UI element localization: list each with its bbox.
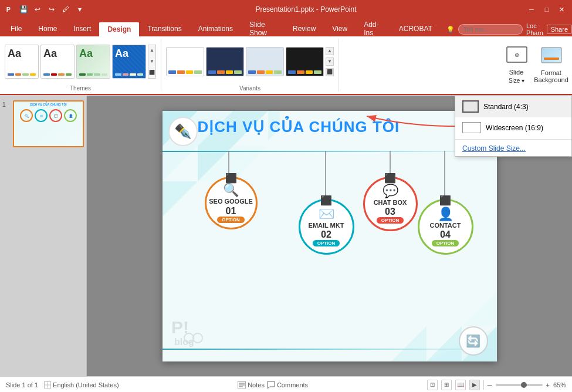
variant-2-item[interactable]	[206, 47, 244, 76]
tab-file[interactable]: File	[2, 21, 30, 36]
variants-label: Variants	[166, 84, 334, 92]
tab-home[interactable]: Home	[30, 21, 65, 36]
slide-1-thumbnail[interactable]: DỊCH VỤ CỦA CHÚNG TÔI 🔍 ✉ 💬 👤	[13, 100, 84, 147]
status-bar: Slide 1 of 1 English (United States) Not…	[0, 376, 572, 392]
slide-sorter-button[interactable]: ⊞	[441, 380, 452, 390]
variants-row: ▲ ▼ ⬛	[166, 39, 334, 84]
slide-info: Slide 1 of 1	[6, 381, 38, 388]
language-indicator: English (United States)	[44, 381, 119, 388]
tab-design[interactable]: Design	[99, 21, 139, 36]
svg-point-27	[193, 333, 202, 343]
comments-label: Comments	[277, 381, 308, 388]
standard-preview	[462, 100, 479, 113]
theme-green-item[interactable]: Aa	[76, 45, 110, 79]
tab-acrobat[interactable]: ACROBAT	[391, 21, 441, 36]
slide-header-line	[163, 151, 497, 152]
slide-size-icon: ⊕	[506, 46, 527, 67]
ribbon-content: Aa Aa	[0, 36, 572, 95]
notes-button[interactable]: Notes	[238, 381, 265, 388]
tab-insert[interactable]: Insert	[65, 21, 99, 36]
widescreen-preview	[462, 122, 481, 133]
ribbon: File Home Insert Design Transitions Anim…	[0, 19, 572, 96]
slide-canvas: ✒️ DỊCH VỤ CỦA CHÚNG TÔI ⬛ 🔍 SEO GOOGLE …	[163, 111, 497, 361]
themes-row: Aa Aa	[5, 39, 156, 84]
close-button[interactable]: ✕	[557, 4, 567, 15]
zoom-level: 65%	[553, 381, 566, 388]
slide-footer-line	[163, 349, 497, 350]
slide-panel: 1 DỊCH VỤ CỦA CHÚNG TÔI 🔍 ✉ 💬 👤	[0, 96, 87, 376]
theme-lined-item[interactable]: Aa	[40, 45, 75, 79]
slide-size-sublabel: Size ▾	[509, 77, 524, 84]
minimize-button[interactable]: ─	[526, 4, 537, 15]
themes-label: Themes	[5, 84, 156, 92]
widescreen-option[interactable]: Widescreen (16:9)	[455, 117, 571, 138]
share-button[interactable]: Share	[547, 25, 572, 34]
slide-1-wrapper: 1 DỊCH VỤ CỦA CHÚNG TÔI 🔍 ✉ 💬 👤	[2, 100, 84, 147]
status-center: Notes Comments	[238, 381, 308, 388]
notes-label: Notes	[248, 381, 265, 388]
presentation-view-button[interactable]: ▶	[469, 380, 480, 390]
tab-transitions[interactable]: Transitions	[139, 21, 189, 36]
rotate-icon: 🔄	[459, 326, 488, 356]
variants-scroll-button[interactable]: ▲ ▼ ⬛	[326, 47, 334, 76]
tab-view[interactable]: View	[324, 21, 356, 36]
save-button[interactable]: 💾	[18, 4, 29, 15]
maximize-button[interactable]: □	[541, 4, 552, 15]
zoom-in-button[interactable]: +	[546, 381, 550, 388]
tell-me-input[interactable]	[458, 24, 523, 35]
zoom-slider-thumb	[521, 382, 527, 388]
zoom-slider[interactable]	[496, 384, 543, 386]
ribbon-right: ⊕ Slide Size ▾	[500, 39, 567, 92]
format-background-label: FormatBackground	[534, 69, 568, 83]
svg-rect-4	[541, 48, 561, 63]
tab-slideshow[interactable]: Slide Show	[241, 21, 285, 36]
tab-animations[interactable]: Animations	[190, 21, 241, 36]
redo-button[interactable]: ↪	[46, 4, 57, 15]
comments-button[interactable]: Comments	[267, 381, 308, 388]
slide-size-dropdown: Standard (4:3) Widescreen (16:9) Custom …	[455, 95, 572, 157]
customize-button[interactable]: 🖊	[60, 4, 72, 15]
normal-view-button[interactable]: ⊡	[427, 380, 438, 390]
dropdown-divider	[455, 139, 571, 140]
standard-label: Standard (4:3)	[483, 103, 529, 111]
tab-addins[interactable]: Add-Ins	[356, 21, 391, 36]
slide-title: DỊCH VỤ CỦA CHÚNG TÔI	[198, 118, 400, 136]
themes-section: Aa Aa	[5, 39, 161, 92]
format-background-icon	[541, 47, 562, 67]
theme-office-item[interactable]: Aa	[5, 45, 39, 79]
slide-size-label: Slide	[509, 69, 524, 76]
variant-3-item[interactable]	[246, 47, 284, 76]
theme-pattern-item[interactable]: Aa	[112, 45, 146, 79]
variant-1-item[interactable]	[166, 47, 204, 76]
email-ornament: ⬛ ✉️ EMAIL MKT 02 OPTION	[299, 199, 354, 255]
status-left: Slide 1 of 1 English (United States)	[6, 381, 119, 388]
title-bar: P 💾 ↩ ↪ 🖊 ▾ Presentation1.pptx - PowerPo…	[0, 0, 572, 19]
watermark: P! blog	[171, 316, 212, 350]
title-bar-left: P 💾 ↩ ↪ 🖊 ▾	[5, 4, 86, 15]
svg-rect-5	[544, 58, 559, 60]
variants-section: ▲ ▼ ⬛ Variants	[166, 39, 339, 92]
zoom-out-button[interactable]: ─	[488, 381, 492, 388]
status-right: ⊡ ⊞ 📖 ▶ ─ + 65%	[427, 380, 566, 390]
standard-option[interactable]: Standard (4:3)	[455, 96, 571, 117]
undo-button[interactable]: ↩	[32, 4, 43, 15]
variant-4-item[interactable]	[286, 47, 324, 76]
widescreen-label: Widescreen (16:9)	[486, 124, 543, 132]
quick-access-toolbar: 💾 ↩ ↪ 🖊 ▾	[18, 4, 86, 15]
reading-view-button[interactable]: 📖	[455, 380, 466, 390]
user-name: Loc Pham	[526, 22, 543, 36]
custom-slide-size-link[interactable]: Custom Slide Size...	[455, 141, 571, 156]
tell-me-icon: 💡	[446, 26, 455, 33]
contact-ornament: ⬛ 👤 CONTACT 04 OPTION	[418, 199, 473, 255]
svg-text:P: P	[6, 6, 11, 13]
dropdown-button[interactable]: ▾	[74, 4, 86, 15]
pen-icon: ✒️	[168, 117, 198, 146]
themes-scroll-button[interactable]: ▲ ▼ ⬛	[148, 45, 156, 79]
window-title: Presentation1.pptx - PowerPoint	[255, 5, 356, 13]
slide-size-button[interactable]: ⊕ Slide Size ▾	[500, 42, 533, 89]
format-background-button[interactable]: FormatBackground	[535, 42, 567, 89]
tab-review[interactable]: Review	[285, 21, 324, 36]
status-divider	[483, 380, 484, 390]
chat-ornament: ⬛ 💬 CHAT BOX 03 OPTION	[363, 177, 418, 231]
slide-1-number: 1	[2, 100, 11, 108]
